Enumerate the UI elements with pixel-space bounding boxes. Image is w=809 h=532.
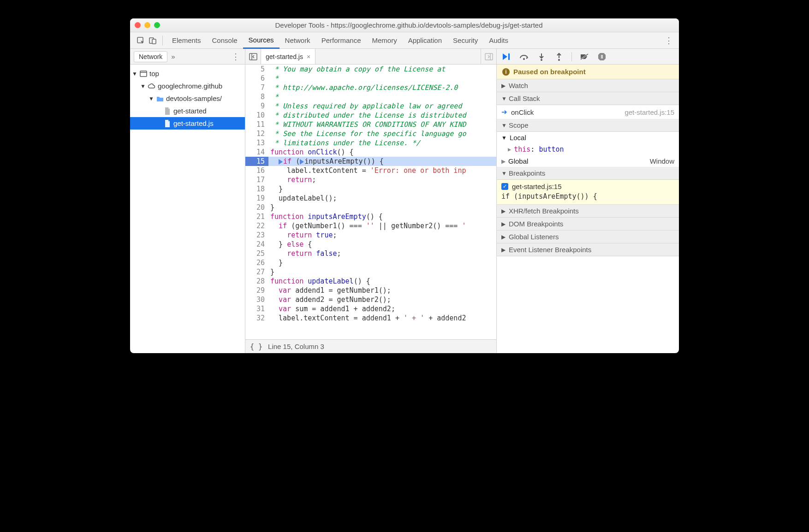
deactivate-breakpoints-icon[interactable] [579,52,589,62]
code-line[interactable]: 12 * See the License for the specific la… [245,129,496,138]
line-number[interactable]: 25 [245,249,268,258]
code-line[interactable]: 32 label.textContent = addend1 + ' + ' +… [245,313,496,323]
code-line[interactable]: 9 * Unless required by applicable law or… [245,101,496,111]
code-line[interactable]: 27} [245,267,496,277]
line-number[interactable]: 7 [245,83,268,92]
line-number[interactable]: 17 [245,175,268,184]
section-breakpoints[interactable]: ▼Breakpoints [497,167,679,180]
resume-icon[interactable] [501,52,512,62]
tab-security[interactable]: Security [447,32,483,48]
line-number[interactable]: 14 [245,148,268,157]
line-number[interactable]: 16 [245,166,268,175]
line-number[interactable]: 18 [245,184,268,194]
code-line[interactable]: 24 } else { [245,240,496,249]
section-watch[interactable]: ▶Watch [497,79,679,92]
code-line[interactable]: 20} [245,203,496,212]
step-out-icon[interactable] [554,52,564,62]
line-number[interactable]: 27 [245,267,268,277]
line-number[interactable]: 29 [245,286,268,295]
close-tab-icon[interactable]: × [307,53,310,60]
code-line[interactable]: 7 * http://www.apache.org/licenses/LICEN… [245,83,496,92]
navigator-menu-icon[interactable]: ⋮ [230,52,241,62]
section-dom[interactable]: ▶DOM Breakpoints [497,218,679,231]
code-line[interactable]: 28function updateLabel() { [245,277,496,286]
section-xhr[interactable]: ▶XHR/fetch Breakpoints [497,205,679,218]
line-number[interactable]: 22 [245,221,268,231]
code-line[interactable]: 10 * distributed under the License is di… [245,111,496,120]
line-number[interactable]: 32 [245,313,268,323]
code-line[interactable]: 23 return true; [245,231,496,240]
navigator-dropdown[interactable]: Network [134,51,167,62]
tab-console[interactable]: Console [207,32,243,48]
line-number[interactable]: 11 [245,120,268,129]
pause-exceptions-icon[interactable] [597,52,607,62]
line-number[interactable]: 26 [245,258,268,267]
line-number[interactable]: 23 [245,231,268,240]
call-frame[interactable]: ➔ onClick get-started.js:15 [497,105,679,119]
code-line[interactable]: 30 var addend2 = getNumber2(); [245,295,496,304]
tab-sources[interactable]: Sources [243,33,280,49]
section-global-listeners[interactable]: ▶Global Listeners [497,231,679,243]
line-number[interactable]: 5 [245,65,268,74]
step-into-icon[interactable] [536,52,547,62]
code-line[interactable]: 31 var sum = addend1 + addend2; [245,304,496,313]
breakpoint-checkbox[interactable]: ✓ [501,183,508,190]
code-line[interactable]: 13 * limitations under the License. */ [245,138,496,148]
line-number[interactable]: 24 [245,240,268,249]
scope-global[interactable]: ▶GlobalWindow [497,155,679,167]
scope-variable[interactable]: ▶ this: button [497,143,679,155]
tab-performance[interactable]: Performance [316,32,367,48]
line-number[interactable]: 28 [245,277,268,286]
tab-application[interactable]: Application [403,32,447,48]
step-over-icon[interactable] [519,52,529,62]
code-line[interactable]: 29 var addend1 = getNumber1(); [245,286,496,295]
code-line[interactable]: 17 return; [245,175,496,184]
line-number[interactable]: 19 [245,194,268,203]
inspect-icon[interactable] [135,35,147,47]
section-scope[interactable]: ▼Scope [497,119,679,132]
code-line[interactable]: 11 * WITHOUT WARRANTIES OR CONDITIONS OF… [245,120,496,129]
line-number[interactable]: 15 [245,157,268,166]
line-number[interactable]: 8 [245,92,268,101]
code-line[interactable]: 8 * [245,92,496,101]
section-event-listeners[interactable]: ▶Event Listener Breakpoints [497,243,679,256]
breakpoint-item[interactable]: ✓ get-started.js:15 if (inputsAreEmpty()… [497,180,679,205]
more-tabs-icon[interactable]: » [171,53,175,60]
tab-memory[interactable]: Memory [367,32,403,48]
code-line[interactable]: 25 return false; [245,249,496,258]
braces-icon[interactable]: { } [250,343,262,351]
code-line[interactable]: 15 if (inputsAreEmpty()) { [245,157,496,166]
tree-top[interactable]: ▼ top [130,67,245,80]
line-number[interactable]: 13 [245,138,268,148]
device-toggle-icon[interactable] [147,35,159,47]
scope-local[interactable]: ▼Local [497,132,679,143]
code-line[interactable]: 19 updateLabel(); [245,194,496,203]
line-number[interactable]: 10 [245,111,268,120]
file-tab[interactable]: get-started.js × [261,49,315,64]
line-number[interactable]: 6 [245,74,268,83]
more-menu-icon[interactable]: ⋮ [663,35,674,46]
line-number[interactable]: 21 [245,212,268,221]
tree-file-selected[interactable]: get-started.js [130,117,245,130]
tab-audits[interactable]: Audits [483,32,514,48]
tree-file[interactable]: get-started [130,105,245,117]
code-line[interactable]: 14function onClick() { [245,148,496,157]
line-number[interactable]: 12 [245,129,268,138]
line-number[interactable]: 9 [245,101,268,111]
section-callstack[interactable]: ▼Call Stack [497,92,679,105]
line-number[interactable]: 31 [245,304,268,313]
code-line[interactable]: 5 * You may obtain a copy of the License… [245,65,496,74]
line-number[interactable]: 20 [245,203,268,212]
tab-elements[interactable]: Elements [167,32,207,48]
code-line[interactable]: 26 } [245,258,496,267]
code-line[interactable]: 22 if (getNumber1() === '' || getNumber2… [245,221,496,231]
toggle-debugger-icon[interactable] [481,49,496,64]
code-editor[interactable]: 5 * You may obtain a copy of the License… [245,65,496,339]
line-number[interactable]: 30 [245,295,268,304]
code-line[interactable]: 18 } [245,184,496,194]
tree-domain[interactable]: ▼ googlechrome.github [130,80,245,92]
tree-folder[interactable]: ▼ devtools-samples/ [130,92,245,105]
code-line[interactable]: 16 label.textContent = 'Error: one or bo… [245,166,496,175]
code-line[interactable]: 21function inputsAreEmpty() { [245,212,496,221]
tab-network[interactable]: Network [280,32,316,48]
